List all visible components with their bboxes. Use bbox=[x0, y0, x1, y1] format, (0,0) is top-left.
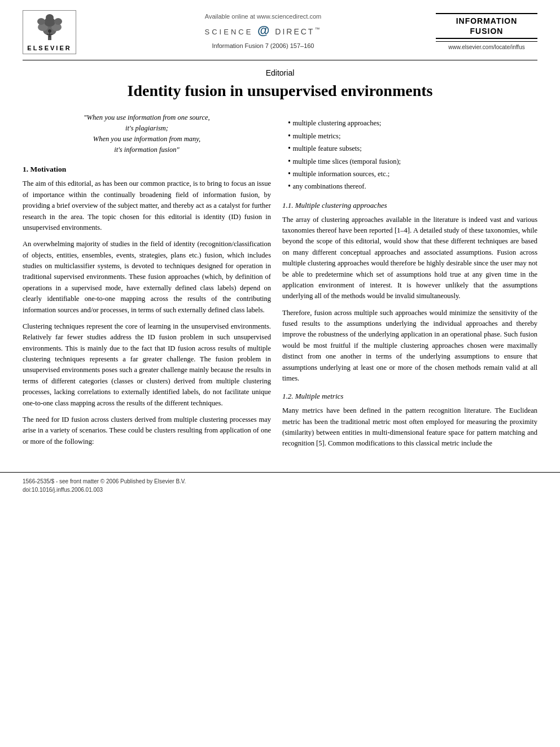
right-column: multiple clustering approaches;multiple … bbox=[282, 112, 537, 455]
elsevier-tree-icon bbox=[27, 13, 72, 41]
article-title: Identity fusion in unsupervised environm… bbox=[23, 81, 537, 101]
footer-issn: 1566-2535/$ - see front matter © 2006 Pu… bbox=[23, 477, 537, 486]
journal-ref: Information Fusion 7 (2006) 157–160 bbox=[90, 42, 436, 49]
right-para3: Many metrics have been defined in the pa… bbox=[282, 405, 537, 449]
elsevier-logo: ELSEVIER bbox=[23, 10, 76, 54]
right-para1: The array of clustering approaches avail… bbox=[282, 215, 537, 302]
header-right: INFORMATIONFUSION www.elsevier.com/locat… bbox=[436, 10, 537, 50]
header-left: ELSEVIER bbox=[23, 10, 90, 54]
left-para2: An overwhelming majority of studies in t… bbox=[23, 239, 271, 316]
left-para1: The aim of this editorial, as has been o… bbox=[23, 178, 271, 233]
list-item: multiple time slices (temporal fusion); bbox=[288, 155, 537, 168]
sciencedirect-logo: SCIENCE @ DIRECT™ bbox=[90, 23, 436, 38]
bullet-list: multiple clustering approaches;multiple … bbox=[288, 117, 537, 193]
page: ELSEVIER Available online at www.science… bbox=[0, 0, 560, 747]
list-item: multiple information sources, etc.; bbox=[288, 168, 537, 180]
left-para4: The need for ID fusion across clusters d… bbox=[23, 414, 271, 447]
right-para2: Therefore, fusion across multiple such a… bbox=[282, 308, 537, 385]
header: ELSEVIER Available online at www.science… bbox=[0, 0, 560, 54]
header-main-divider bbox=[23, 60, 537, 60]
footer: 1566-2535/$ - see front matter © 2006 Pu… bbox=[0, 472, 560, 499]
quote-block: "When you use information from one sourc… bbox=[23, 112, 271, 155]
footer-doi: doi:10.1016/j.inffus.2006.01.003 bbox=[23, 486, 537, 494]
header-divider-small bbox=[436, 41, 537, 42]
svg-point-5 bbox=[37, 18, 45, 25]
svg-point-8 bbox=[48, 29, 51, 33]
left-para3: Clustering techniques represent the core… bbox=[23, 321, 271, 409]
left-column: "When you use information from one sourc… bbox=[23, 112, 271, 455]
subsection2-heading: 1.2. Multiple metrics bbox=[282, 392, 537, 401]
elsevier-url: www.elsevier.com/locate/inffus bbox=[436, 44, 537, 50]
available-online-text: Available online at www.sciencedirect.co… bbox=[90, 13, 436, 20]
quote-text: "When you use information from one sourc… bbox=[84, 113, 209, 153]
svg-point-6 bbox=[54, 18, 62, 25]
list-item: multiple metrics; bbox=[288, 130, 537, 142]
list-item: any combinations thereof. bbox=[288, 180, 537, 193]
header-center: Available online at www.sciencedirect.co… bbox=[90, 10, 436, 49]
content-area: "When you use information from one sourc… bbox=[0, 112, 560, 455]
info-fusion-title: INFORMATIONFUSION bbox=[436, 13, 537, 39]
list-item: multiple clustering approaches; bbox=[288, 117, 537, 129]
list-item: multiple feature subsets; bbox=[288, 142, 537, 155]
editorial-label: Editorial bbox=[23, 68, 537, 77]
section1-heading: 1. Motivation bbox=[23, 165, 271, 174]
svg-point-7 bbox=[46, 14, 54, 21]
elsevier-label: ELSEVIER bbox=[25, 45, 73, 51]
subsection1-heading: 1.1. Multiple clustering approaches bbox=[282, 201, 537, 210]
